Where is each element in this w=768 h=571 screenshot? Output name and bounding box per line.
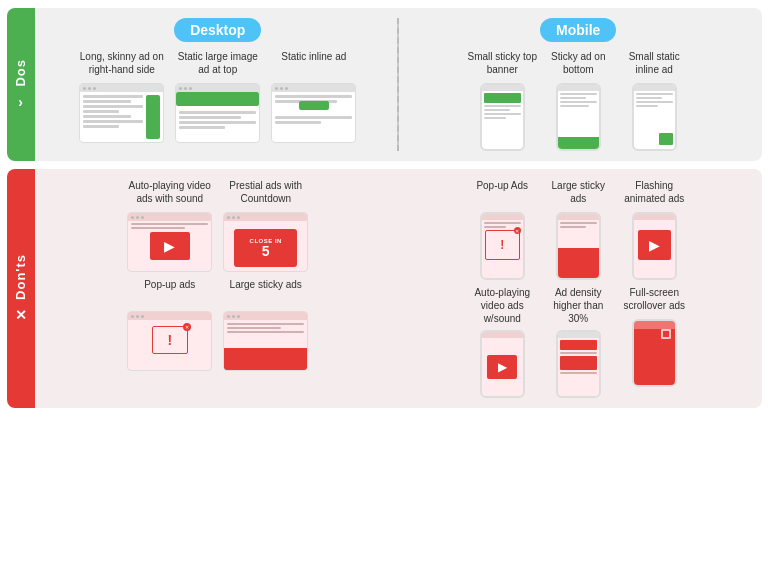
dos-mobile-item-1: Small sticky top banner bbox=[467, 50, 537, 151]
browser-bar-dont-2 bbox=[224, 213, 307, 221]
play-icon: ▶ bbox=[164, 238, 175, 254]
donts-desktop-row1: Auto-playing video ads with sound bbox=[43, 179, 394, 272]
donts-label-tab: Don'ts ✕ bbox=[7, 169, 35, 408]
donts-mobile-sticky: Large sticky ads bbox=[543, 179, 613, 280]
closein-overlay: CLOSE IN 5 bbox=[234, 229, 297, 267]
mobile-popup-x: ✕ bbox=[514, 227, 521, 234]
mobile-inline-ad bbox=[659, 133, 673, 145]
dos-desktop-label-1: Long, skinny ad on right-hand side bbox=[77, 50, 167, 78]
dos-mobile-items: Small sticky top banner bbox=[403, 50, 754, 151]
mobile-large-sticky-ad bbox=[558, 248, 599, 278]
dos-desktop-item-3: Static inline ad bbox=[269, 50, 359, 143]
mobile-top-ad bbox=[484, 93, 521, 103]
top-ad-block bbox=[176, 92, 259, 106]
donts-mobile-sticky-mockup bbox=[556, 212, 601, 280]
donts-mobile-autovideo-label: Auto-playing video ads w/sound bbox=[467, 286, 537, 325]
donts-mobile-flashing-label: Flashing animated ads bbox=[619, 179, 689, 207]
donts-desktop-sticky-label: Large sticky ads bbox=[230, 278, 302, 306]
mobile-flashing-ad: ▶ bbox=[638, 230, 671, 260]
dot3 bbox=[93, 87, 96, 90]
browser-body-1 bbox=[80, 92, 163, 142]
donts-desktop-row2: Pop-up ads ! ✕ bbox=[43, 278, 394, 371]
browser-bar bbox=[80, 84, 163, 92]
donts-desktop-sticky: Large sticky ads bbox=[221, 278, 311, 371]
main-container: Dos › Desktop Long, skinny ad on right-h… bbox=[7, 8, 762, 563]
donts-desktop-prestial-label: Prestial ads with Countdown bbox=[221, 179, 311, 207]
donts-mobile-fullscreen-label: Full-screen scrollover ads bbox=[619, 286, 689, 314]
dos-desktop-item-2: Static large image ad at top bbox=[173, 50, 263, 143]
dos-mobile-header: Mobile bbox=[403, 18, 754, 42]
browser-bar-dont-1 bbox=[128, 213, 211, 221]
donts-mobile-popup: Pop-up Ads ! ✕ bbox=[467, 179, 537, 280]
dos-desktop-label-2: Static large image ad at top bbox=[173, 50, 263, 78]
donts-section: Don'ts ✕ Auto-playing video ads with sou… bbox=[7, 169, 762, 408]
mobile-body-2 bbox=[558, 91, 599, 149]
donts-desktop-prestial: Prestial ads with Countdown CLOSE IN 5 bbox=[221, 179, 311, 272]
donts-desktop-section: Auto-playing video ads with sound bbox=[43, 179, 394, 371]
dos-mobile-mockup-1 bbox=[480, 83, 525, 151]
dos-desktop-items: Long, skinny ad on right-hand side bbox=[43, 50, 394, 143]
flashing-play-icon: ▶ bbox=[649, 237, 660, 253]
dos-mobile-section: Mobile Small sticky top banner bbox=[403, 18, 754, 151]
dot2 bbox=[88, 87, 91, 90]
content-lines-2 bbox=[179, 111, 256, 139]
donts-mobile-section: Pop-up Ads ! ✕ bbox=[403, 179, 754, 398]
mobile-badge: Mobile bbox=[540, 18, 616, 42]
dos-desktop-item-1: Long, skinny ad on right-hand side bbox=[77, 50, 167, 143]
donts-mobile-fullscreen: Full-screen scrollover ads bbox=[619, 286, 689, 398]
dos-mobile-item-3: Small static inline ad bbox=[619, 50, 689, 151]
alert-icon: ! bbox=[167, 332, 172, 348]
dos-desktop-browser-3 bbox=[271, 83, 356, 143]
mobile-bottom-ad bbox=[558, 137, 599, 149]
dos-mobile-mockup-3 bbox=[632, 83, 677, 151]
dos-content: Desktop Long, skinny ad on right-hand si… bbox=[35, 8, 762, 161]
donts-mobile-popup-label: Pop-up Ads bbox=[476, 179, 528, 207]
dos-desktop-browser-1 bbox=[79, 83, 164, 143]
donts-desktop-prestial-mockup: CLOSE IN 5 bbox=[223, 212, 308, 272]
donts-desktop-video: Auto-playing video ads with sound bbox=[125, 179, 215, 272]
section-divider bbox=[397, 18, 399, 151]
mobile-body-1 bbox=[482, 91, 523, 149]
donts-mobile-autovideo: Auto-playing video ads w/sound ▶ bbox=[467, 286, 537, 398]
dont-body-2: CLOSE IN 5 bbox=[224, 221, 307, 271]
dont-body-1: ▶ bbox=[128, 221, 211, 271]
dos-mobile-mockup-2 bbox=[556, 83, 601, 151]
dos-desktop-section: Desktop Long, skinny ad on right-hand si… bbox=[43, 18, 394, 151]
dot1 bbox=[83, 87, 86, 90]
dos-section: Dos › Desktop Long, skinny ad on right-h… bbox=[7, 8, 762, 161]
mobile-video-icon: ▶ bbox=[498, 360, 507, 374]
donts-mobile-row1: Pop-up Ads ! ✕ bbox=[403, 179, 754, 280]
closein-number: 5 bbox=[262, 244, 270, 258]
browser-bar-dont-4 bbox=[224, 312, 307, 320]
fullscreen-corner-icon bbox=[661, 329, 671, 339]
browser-bar-2 bbox=[176, 84, 259, 92]
donts-mobile-flashing-mockup: ▶ bbox=[632, 212, 677, 280]
video-ad: ▶ bbox=[150, 232, 190, 260]
donts-icon: ✕ bbox=[15, 307, 27, 323]
dos-icon: › bbox=[18, 94, 23, 110]
desktop-popup-alert: ! ✕ bbox=[152, 326, 188, 354]
dos-mobile-item-2: Sticky ad on bottom bbox=[543, 50, 613, 151]
browser-bar-dont-3 bbox=[128, 312, 211, 320]
desktop-badge: Desktop bbox=[174, 18, 261, 42]
donts-desktop-popup-mockup: ! ✕ bbox=[127, 311, 212, 371]
dos-mobile-label-1: Small sticky top banner bbox=[467, 50, 537, 78]
dos-label-text: Dos bbox=[13, 59, 28, 87]
donts-desktop-video-label: Auto-playing video ads with sound bbox=[125, 179, 215, 207]
donts-mobile-density-mockup bbox=[556, 330, 601, 398]
donts-label-text: Don'ts bbox=[13, 254, 28, 300]
browser-body-2 bbox=[176, 92, 259, 142]
donts-mobile-row2: Auto-playing video ads w/sound ▶ bbox=[403, 286, 754, 398]
mobile-popup-ad: ! ✕ bbox=[485, 230, 520, 260]
mobile-video-ad: ▶ bbox=[487, 355, 517, 379]
donts-mobile-popup-mockup: ! ✕ bbox=[480, 212, 525, 280]
browser-bar-3 bbox=[272, 84, 355, 92]
donts-mobile-density-label: Ad density higher than 30% bbox=[543, 286, 613, 325]
density-ad-1 bbox=[560, 340, 597, 350]
mobile-body-3 bbox=[634, 91, 675, 149]
donts-desktop-video-mockup: ▶ bbox=[127, 212, 212, 272]
right-ad-block bbox=[146, 95, 160, 139]
browser-body-3 bbox=[272, 92, 355, 142]
mobile-popup-icon: ! bbox=[500, 238, 504, 252]
content-lines bbox=[83, 95, 143, 139]
